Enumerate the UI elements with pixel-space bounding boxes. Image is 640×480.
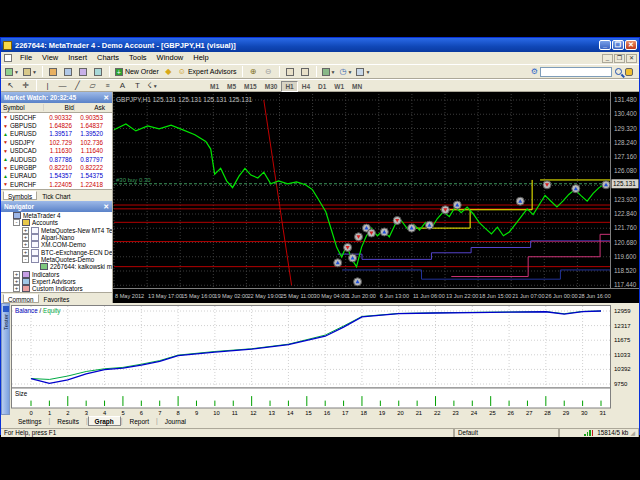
tree-item[interactable]: +BTC-eExchange-ECN Demo S	[1, 248, 112, 255]
terminal-toggle-button[interactable]	[92, 66, 105, 78]
expand-icon[interactable]: +	[13, 285, 20, 292]
expand-icon[interactable]: +	[22, 227, 29, 234]
child-restore-button[interactable]: ❐	[614, 54, 625, 63]
indicators-button[interactable]: ▼	[321, 66, 337, 78]
zoom-out-button[interactable]: ⊖	[262, 66, 275, 78]
child-minimize-button[interactable]: _	[602, 54, 613, 63]
navigator-toggle-button[interactable]	[77, 66, 90, 78]
close-button[interactable]: ✕	[625, 40, 637, 50]
data-window-button[interactable]	[62, 66, 75, 78]
market-watch-titlebar[interactable]: Market Watch: 20:32:45 ✕	[1, 92, 112, 103]
text-label-tool[interactable]: T	[131, 80, 144, 92]
market-watch-row[interactable]: ▼GBPUSD1.648261.64837	[1, 121, 112, 129]
market-watch-row[interactable]: ▲AUDUSD0.877860.87797	[1, 155, 112, 163]
cascade-windows-button[interactable]	[299, 66, 312, 78]
timeframe-m30[interactable]: M30	[261, 81, 282, 92]
market-watch-row[interactable]: ▲EURUSD1.395171.39520	[1, 130, 112, 138]
timeframe-h4[interactable]: H4	[298, 81, 314, 92]
status-profile[interactable]: Default	[454, 429, 559, 437]
menu-insert[interactable]: Insert	[63, 52, 92, 64]
expand-icon[interactable]: +	[22, 241, 29, 248]
tree-item[interactable]: -Accounts	[1, 219, 112, 226]
tab-common[interactable]: Common	[3, 294, 39, 303]
new-chart-button[interactable]: ▼	[4, 66, 20, 78]
expand-icon[interactable]: +	[13, 271, 20, 278]
market-watch-row[interactable]: ▼USDJPY102.729102.736	[1, 138, 112, 146]
market-watch-row[interactable]: ▼USDCAD1.116301.11640	[1, 147, 112, 155]
menu-view[interactable]: View	[37, 52, 63, 64]
tree-item[interactable]: +Custom Indicators	[1, 285, 112, 292]
market-watch-row[interactable]: ▼USDCHF0.903320.90353	[1, 113, 112, 121]
text-tool[interactable]: A	[116, 80, 129, 92]
vertical-line-tool[interactable]: |	[41, 80, 54, 92]
tester-tab-report[interactable]: Report	[122, 416, 156, 426]
tree-item[interactable]: MetaTrader 4	[1, 212, 112, 219]
column-header-symbol[interactable]: Symbol	[1, 104, 43, 111]
menu-charts[interactable]: Charts	[92, 52, 124, 64]
tester-vertical-tab[interactable]: Tester	[1, 303, 10, 415]
tree-item[interactable]: -MetaQuotes-Demo	[1, 256, 112, 263]
timeframe-w1[interactable]: W1	[330, 81, 348, 92]
new-order-button[interactable]: + New Order	[114, 66, 160, 78]
timeframe-m1[interactable]: M1	[206, 81, 223, 92]
price-chart-canvas[interactable]: 131.480130.400129.320128.240127.160126.0…	[113, 92, 639, 303]
close-icon[interactable]: ✕	[103, 203, 109, 211]
tab-tick-chart[interactable]: Tick Chart	[37, 191, 75, 200]
market-watch-toggle-button[interactable]	[47, 66, 60, 78]
menu-help[interactable]: Help	[188, 52, 213, 64]
timeframe-mn[interactable]: MN	[348, 81, 366, 92]
minimize-button[interactable]: _	[599, 40, 611, 50]
child-close-button[interactable]: ✕	[626, 54, 637, 63]
chart-window-icon[interactable]	[4, 54, 12, 62]
timeframe-m5[interactable]: M5	[223, 81, 240, 92]
column-header-bid[interactable]: Bid	[43, 104, 74, 111]
fibonacci-tool[interactable]: ≡	[101, 80, 114, 92]
market-watch-table[interactable]: ▼USDCHF0.903320.90353▼GBPUSD1.648261.648…	[1, 113, 112, 189]
navigator-tree[interactable]: MetaTrader 4-Accounts+MetaQuotes-New MT4…	[1, 212, 112, 292]
expand-icon[interactable]: +	[22, 234, 29, 241]
cursor-tool[interactable]: ↖	[4, 80, 17, 92]
trendline-tool[interactable]: ╱	[71, 80, 84, 92]
tree-item[interactable]: +Alpari-Nano	[1, 234, 112, 241]
close-icon[interactable]: ✕	[103, 94, 109, 102]
menu-tools[interactable]: Tools	[124, 52, 152, 64]
tree-item[interactable]: +XM.COM-Demo	[1, 241, 112, 248]
maximize-button[interactable]: ❐	[612, 40, 624, 50]
market-watch-row[interactable]: ▲EURAUD1.543571.54375	[1, 172, 112, 180]
collapse-icon[interactable]: -	[22, 256, 29, 263]
timeframe-m15[interactable]: M15	[240, 81, 261, 92]
title-bar[interactable]: 2267644: MetaTrader 4 - Demo Account - […	[1, 38, 639, 52]
tab-symbols[interactable]: Symbols	[3, 191, 37, 200]
arrows-tool[interactable]: ☇▼	[146, 80, 159, 92]
search-input[interactable]	[540, 67, 612, 77]
menu-file[interactable]: File	[15, 52, 37, 64]
search-icon[interactable]	[615, 68, 622, 75]
tile-windows-button[interactable]	[284, 66, 297, 78]
tree-item[interactable]: 2267644: kalkowski marc	[1, 263, 112, 270]
resize-grip[interactable]: ◢	[630, 429, 635, 436]
crosshair-tool[interactable]: ✛	[19, 80, 32, 92]
autotrading-icon[interactable]: ◆	[162, 66, 175, 78]
market-watch-row[interactable]: ▼EURGBP0.822100.82222	[1, 163, 112, 171]
tree-item[interactable]: +MetaQuotes-New MT4 Test	[1, 227, 112, 234]
menu-window[interactable]: Window	[152, 52, 189, 64]
balance-graph[interactable]: 0123456789101112131415161718192021222324…	[11, 305, 611, 417]
tab-favorites[interactable]: Favorites	[39, 294, 75, 303]
column-header-ask[interactable]: Ask	[74, 104, 105, 111]
zoom-in-button[interactable]: ⊕	[247, 66, 260, 78]
profiles-button[interactable]: ▼	[22, 66, 38, 78]
timeframe-d1[interactable]: D1	[314, 81, 330, 92]
horizontal-line-tool[interactable]: —	[56, 80, 69, 92]
price-chart[interactable]: 131.480130.400129.320128.240127.160126.0…	[113, 92, 639, 303]
navigator-titlebar[interactable]: Navigator ✕	[1, 201, 112, 212]
channel-tool[interactable]: ▱	[86, 80, 99, 92]
tester-tab-journal[interactable]: Journal	[158, 416, 193, 426]
market-watch-row[interactable]: ▼EURCHF1.224051.22418	[1, 180, 112, 188]
expand-icon[interactable]: +	[22, 249, 29, 256]
tester-tab-graph[interactable]: Graph	[88, 416, 121, 426]
gear-icon[interactable]: ⚙	[531, 67, 538, 76]
timeframe-h1[interactable]: H1	[281, 81, 297, 92]
chat-icon[interactable]	[625, 68, 633, 76]
tree-item[interactable]: +Expert Advisors	[1, 278, 112, 285]
periods-button[interactable]: ◷▼	[339, 66, 354, 78]
